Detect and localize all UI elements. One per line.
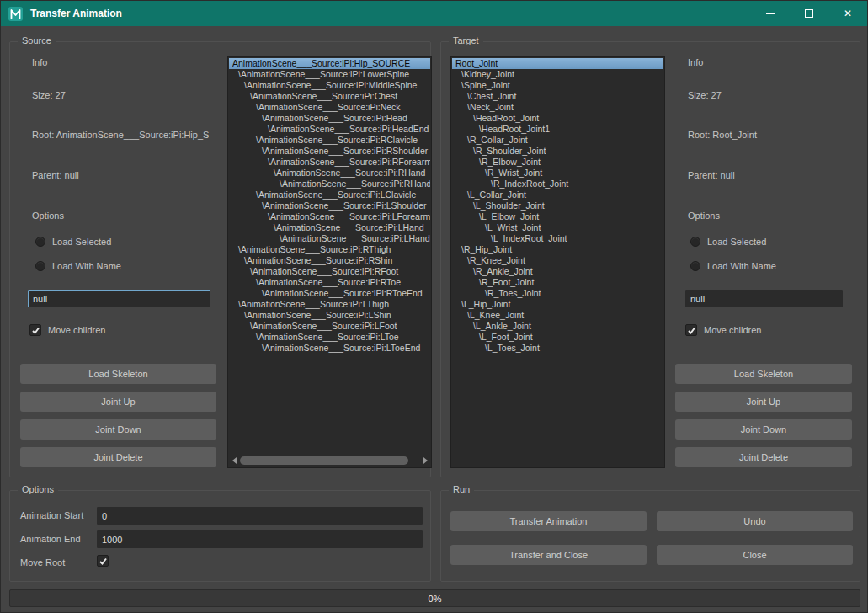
list-item[interactable]: \AnimationScene___Source:iPi:LForearm — [229, 211, 430, 222]
target-joint-up-button[interactable]: Joint Up — [675, 392, 852, 412]
list-item[interactable]: \AnimationScene___Source:iPi:RToe — [229, 277, 430, 288]
source-move-children-option[interactable]: Move children — [29, 324, 105, 336]
list-item[interactable]: \AnimationScene___Source:iPi:Chest — [229, 91, 430, 102]
source-load-skeleton-button[interactable]: Load Skeleton — [20, 364, 216, 384]
target-name-input[interactable] — [685, 290, 843, 307]
list-item[interactable]: \AnimationScene___Source:iPi:LHand — [229, 222, 430, 233]
target-joint-delete-button[interactable]: Joint Delete — [675, 447, 852, 467]
list-item[interactable]: \AnimationScene___Source:iPi:RHandEnd — [229, 179, 430, 189]
source-list-hscrollbar[interactable] — [229, 455, 430, 466]
options-group-title: Options — [18, 484, 58, 494]
source-move-children-checkbox[interactable] — [29, 324, 41, 336]
list-item[interactable]: \R_Toes_Joint — [452, 288, 663, 299]
target-load-with-name-option[interactable]: Load With Name — [690, 261, 776, 271]
list-item[interactable]: \AnimationScene___Source:iPi:LToe — [229, 332, 430, 343]
list-item[interactable]: \AnimationScene___Source:iPi:MiddleSpine — [229, 80, 430, 91]
titlebar[interactable]: Transfer Animation ✕ — [1, 1, 867, 26]
scroll-left-button[interactable] — [229, 455, 239, 466]
list-item[interactable]: \AnimationScene___Source:iPi:RToeEnd — [229, 288, 430, 299]
list-item[interactable]: \HeadRoot_Joint1 — [452, 124, 663, 135]
list-item[interactable]: \Chest_Joint — [452, 91, 663, 102]
list-item[interactable]: \AnimationScene___Source:iPi:LowerSpine — [229, 69, 430, 80]
list-item[interactable]: \R_Collar_Joint — [452, 135, 663, 146]
scrollbar-thumb[interactable] — [240, 456, 408, 465]
source-joint-delete-button[interactable]: Joint Delete — [20, 447, 216, 467]
list-item[interactable]: Root_Joint — [452, 58, 663, 69]
target-load-with-name-radio[interactable] — [690, 261, 700, 271]
list-item[interactable]: \R_Foot_Joint — [452, 277, 663, 288]
list-item[interactable]: \R_Ankle_Joint — [452, 266, 663, 277]
target-load-selected-option[interactable]: Load Selected — [690, 237, 766, 247]
list-item[interactable]: \AnimationScene___Source:iPi:Head — [229, 113, 430, 124]
maximize-button[interactable] — [790, 1, 828, 26]
list-item[interactable]: \L_Hip_Joint — [452, 299, 663, 310]
options-group: Options Animation Start Animation End Mo… — [9, 490, 431, 582]
list-item[interactable]: \AnimationScene___Source:iPi:LFoot — [229, 321, 430, 332]
source-load-with-name-radio[interactable] — [35, 261, 45, 271]
list-item[interactable]: \Kidney_Joint — [452, 69, 663, 80]
close-dialog-button[interactable]: Close — [657, 545, 853, 565]
list-item[interactable]: \Spine_Joint — [452, 80, 663, 91]
scroll-right-button[interactable] — [420, 455, 430, 466]
list-item[interactable]: \AnimationScene___Source:iPi:RClavicle — [229, 135, 430, 146]
list-item[interactable]: \Neck_Joint — [452, 102, 663, 113]
list-item[interactable]: \AnimationScene___Source:iPi:LShoulder — [229, 200, 430, 211]
list-item[interactable]: \AnimationScene___Source:iPi:RShin — [229, 255, 430, 266]
list-item[interactable]: \AnimationScene___Source:iPi:LToeEnd — [229, 343, 430, 354]
source-load-selected-option[interactable]: Load Selected — [35, 237, 111, 247]
source-joint-up-button[interactable]: Joint Up — [20, 392, 216, 412]
list-item[interactable]: \AnimationScene___Source:iPi:RForearm — [229, 157, 430, 168]
list-item[interactable]: \AnimationScene___Source:iPi:HeadEnd — [229, 124, 430, 135]
source-name-input[interactable] — [28, 290, 210, 307]
list-item[interactable]: \AnimationScene___Source:iPi:RThigh — [229, 244, 430, 255]
list-item[interactable]: \R_Shoulder_Joint — [452, 146, 663, 157]
undo-button[interactable]: Undo — [657, 511, 853, 531]
target-joint-list[interactable]: Root_Joint\Kidney_Joint\Spine_Joint\Ches… — [450, 56, 665, 468]
list-item[interactable]: \AnimationScene___Source:iPi:Neck — [229, 102, 430, 113]
list-item[interactable]: \R_Elbow_Joint — [452, 157, 663, 168]
source-joint-list[interactable]: AnimationScene___Source:iPi:Hip_SOURCE\A… — [227, 56, 432, 468]
transfer-and-close-button[interactable]: Transfer and Close — [450, 545, 647, 565]
list-item[interactable]: \L_Elbow_Joint — [452, 211, 663, 222]
list-item[interactable]: \L_Knee_Joint — [452, 310, 663, 321]
check-icon — [99, 557, 108, 566]
animation-start-input[interactable] — [97, 507, 423, 525]
list-item[interactable]: \R_Hip_Joint — [452, 244, 663, 255]
target-group: Target Root_Joint\Kidney_Joint\Spine_Joi… — [440, 41, 860, 477]
list-item[interactable]: AnimationScene___Source:iPi:Hip_SOURCE — [229, 58, 430, 69]
check-icon — [31, 326, 40, 335]
list-item[interactable]: \L_IndexRoot_Joint — [452, 233, 663, 244]
list-item[interactable]: \R_Wrist_Joint — [452, 168, 663, 179]
target-move-children-checkbox[interactable] — [685, 324, 697, 336]
source-load-with-name-option[interactable]: Load With Name — [35, 261, 121, 271]
source-group-title: Source — [18, 35, 56, 45]
minimize-button[interactable] — [751, 1, 790, 26]
target-move-children-option[interactable]: Move children — [685, 324, 761, 336]
list-item[interactable]: \AnimationScene___Source:iPi:LShin — [229, 310, 430, 321]
list-item[interactable]: \AnimationScene___Source:iPi:LHandEnd — [229, 233, 430, 244]
move-root-checkbox[interactable] — [97, 555, 109, 567]
animation-end-input[interactable] — [97, 530, 423, 548]
move-root-option[interactable] — [97, 555, 109, 567]
list-item[interactable]: \L_Shoulder_Joint — [452, 200, 663, 211]
transfer-animation-button[interactable]: Transfer Animation — [450, 511, 647, 531]
source-joint-down-button[interactable]: Joint Down — [20, 419, 216, 440]
source-load-selected-radio[interactable] — [35, 237, 45, 247]
target-load-skeleton-button[interactable]: Load Skeleton — [675, 364, 852, 384]
list-item[interactable]: \AnimationScene___Source:iPi:RShoulder — [229, 146, 430, 157]
list-item[interactable]: \L_Wrist_Joint — [452, 222, 663, 233]
list-item[interactable]: \R_IndexRoot_Joint — [452, 179, 663, 189]
target-load-selected-radio[interactable] — [690, 237, 700, 247]
list-item[interactable]: \HeadRoot_Joint — [452, 113, 663, 124]
list-item[interactable]: \L_Collar_Joint — [452, 189, 663, 200]
list-item[interactable]: \R_Knee_Joint — [452, 255, 663, 266]
list-item[interactable]: \AnimationScene___Source:iPi:RFoot — [229, 266, 430, 277]
list-item[interactable]: \L_Foot_Joint — [452, 332, 663, 343]
list-item[interactable]: \AnimationScene___Source:iPi:LThigh — [229, 299, 430, 310]
list-item[interactable]: \L_Toes_Joint — [452, 343, 663, 354]
list-item[interactable]: \L_Ankle_Joint — [452, 321, 663, 332]
list-item[interactable]: \AnimationScene___Source:iPi:RHand — [229, 168, 430, 179]
target-joint-down-button[interactable]: Joint Down — [675, 419, 852, 440]
close-button[interactable]: ✕ — [828, 1, 867, 26]
list-item[interactable]: \AnimationScene___Source:iPi:LClavicle — [229, 189, 430, 200]
